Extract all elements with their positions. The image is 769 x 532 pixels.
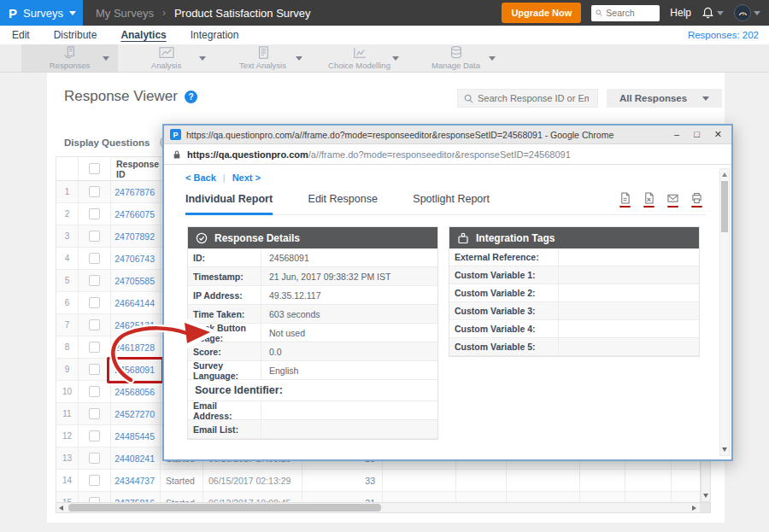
tag-label: Custom Variable 3: [449, 302, 559, 319]
scrollbar-thumb[interactable] [721, 181, 728, 232]
row-checkbox[interactable] [89, 342, 100, 353]
chevron-down-icon[interactable] [489, 56, 496, 61]
export-excel-button[interactable] [643, 192, 655, 208]
response-id-link[interactable]: 24527270 [111, 403, 161, 424]
row-checkbox[interactable] [89, 475, 100, 486]
email-report-button[interactable] [667, 192, 678, 208]
upgrade-now-button[interactable]: Upgrade Now [502, 3, 581, 23]
help-link[interactable]: Help [670, 7, 691, 19]
response-id-link[interactable]: 24707892 [111, 225, 161, 247]
scroll-right-icon[interactable] [692, 506, 696, 511]
response-id-link[interactable]: 24766075 [111, 203, 161, 225]
screen: P Surveys My Surveys › Product Satisfact… [0, 0, 769, 532]
row-checkbox[interactable] [89, 319, 100, 330]
response-id-link[interactable]: 24705585 [111, 270, 161, 291]
export-pdf-button[interactable] [619, 192, 631, 208]
row-checkbox-cell [79, 403, 111, 424]
red-underline [667, 206, 678, 208]
tag-value [559, 338, 699, 355]
row-number: 7 [56, 314, 79, 336]
global-search[interactable] [591, 5, 660, 21]
scrollbar-thumb[interactable] [68, 504, 381, 512]
nav-analytics[interactable]: Analytics [120, 29, 166, 41]
response-id-link[interactable]: 24767876 [111, 181, 161, 202]
survey-nav: Edit Distribute Analytics Integration Re… [0, 26, 769, 44]
address-bar[interactable]: https://qa.questionpro.com/a//frame.do?m… [164, 144, 731, 165]
response-id-link[interactable]: 24344737 [111, 470, 161, 491]
chevron-down-icon[interactable] [296, 56, 302, 61]
row-number: 11 [56, 403, 79, 424]
table-horizontal-scrollbar[interactable] [56, 502, 711, 513]
tab-edit-response[interactable]: Edit Response [308, 190, 378, 215]
row-checkbox[interactable] [89, 253, 100, 264]
scroll-down-icon[interactable] [722, 447, 727, 452]
url-text: https://qa.questionpro.com/a//frame.do?m… [187, 149, 571, 160]
toolbar-analysis[interactable]: Analysis [118, 44, 214, 72]
notifications-button[interactable] [701, 6, 724, 20]
global-search-input[interactable] [606, 8, 655, 18]
print-button[interactable] [691, 192, 702, 208]
account-menu[interactable] [734, 4, 760, 21]
row-checkbox[interactable] [89, 186, 100, 197]
response-id-link[interactable]: 24485445 [111, 425, 161, 447]
back-link[interactable]: < Back [185, 172, 216, 183]
nav-edit[interactable]: Edit [12, 29, 30, 41]
row-checkbox-cell [79, 225, 111, 247]
breadcrumb-my-surveys[interactable]: My Surveys [96, 7, 154, 20]
toolbar-choice-modelling[interactable]: Choice Modelling [311, 44, 408, 72]
row-checkbox[interactable] [89, 386, 100, 397]
row-checkbox[interactable] [89, 231, 100, 242]
maximize-button[interactable]: □ [694, 130, 700, 139]
row-checkbox[interactable] [89, 430, 100, 441]
top-bar: P Surveys My Surveys › Product Satisfact… [0, 0, 769, 26]
help-icon[interactable]: ? [185, 91, 197, 103]
response-search-input[interactable] [478, 93, 589, 103]
minimize-button[interactable]: – [674, 130, 679, 139]
row-checkbox[interactable] [89, 408, 100, 419]
toolbar-manage-data[interactable]: Manage Data [408, 44, 504, 72]
chevron-down-icon[interactable] [199, 56, 206, 61]
row-checkbox[interactable] [89, 297, 100, 308]
header-response-id[interactable]: Response ID [111, 157, 161, 180]
next-link[interactable]: Next > [232, 172, 261, 183]
manage-data-icon [448, 46, 465, 60]
detail-value [261, 420, 437, 438]
app-menu-label: Surveys [23, 7, 63, 20]
questionpro-logo: P [9, 6, 17, 20]
page-title: Response Viewer [64, 88, 178, 105]
response-id-link[interactable]: 24408241 [111, 447, 161, 469]
response-id-link[interactable]: 24275816 [111, 492, 161, 502]
chevron-down-icon[interactable] [392, 56, 399, 61]
responses-count: Responses: 202 [688, 30, 769, 40]
response-id-link[interactable]: 24706743 [111, 248, 161, 269]
detail-value: Not used [261, 324, 437, 342]
close-button[interactable]: ✕ [714, 130, 722, 139]
toolbar-text-analysis[interactable]: Text Analysis [214, 44, 311, 72]
scroll-left-icon[interactable] [59, 506, 63, 511]
tag-row: External Reference: [449, 248, 699, 266]
popup-scrollbar[interactable] [719, 168, 730, 456]
row-checkbox[interactable] [89, 208, 100, 219]
scroll-down-icon[interactable] [703, 494, 708, 498]
nav-integration[interactable]: Integration [191, 29, 239, 41]
scroll-up-icon[interactable] [722, 172, 727, 177]
tab-spotlight-report[interactable]: Spotlight Report [413, 190, 490, 215]
detail-value: 0.0 [261, 342, 437, 360]
lock-icon [173, 149, 181, 160]
response-filter-dropdown[interactable]: All Responses [607, 89, 722, 108]
row-checkbox-cell [79, 181, 111, 202]
toolbar-responses[interactable]: Responses [21, 44, 118, 72]
chevron-down-icon[interactable] [103, 56, 109, 61]
app-menu-surveys[interactable]: P Surveys [0, 0, 83, 26]
row-checkbox[interactable] [89, 453, 100, 464]
select-all-checkbox[interactable] [89, 163, 100, 174]
tab-individual-report[interactable]: Individual Report [185, 190, 273, 215]
row-checkbox[interactable] [89, 275, 100, 286]
tag-value [559, 284, 699, 301]
window-title: https://qa.questionpro.com/a//frame.do?m… [186, 130, 674, 140]
response-search[interactable] [457, 89, 598, 108]
nav-distribute[interactable]: Distribute [54, 29, 97, 41]
row-checkbox[interactable] [89, 364, 100, 375]
detail-label: ID: [188, 248, 261, 266]
window-title-bar[interactable]: P https://qa.questionpro.com/a//frame.do… [164, 126, 731, 144]
